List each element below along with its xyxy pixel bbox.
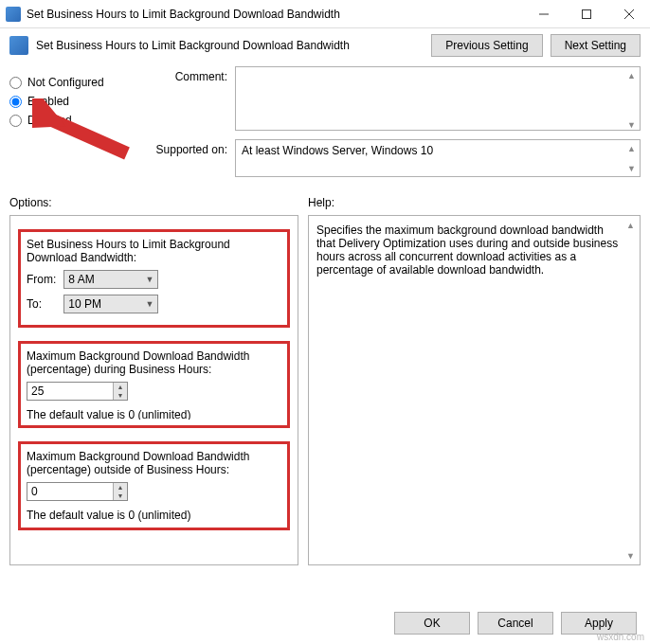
during-hours-input[interactable]: 25 ▲ ▼ bbox=[27, 382, 128, 401]
radio-enabled[interactable]: Enabled bbox=[9, 95, 133, 108]
note-text: The default value is 0 (unlimited) bbox=[27, 509, 281, 522]
policy-icon bbox=[9, 36, 28, 55]
help-text: Specifies the maximum background downloa… bbox=[316, 224, 621, 277]
header-title: Set Business Hours to Limit Background D… bbox=[36, 39, 424, 52]
scroll-down-icon[interactable]: ▼ bbox=[623, 548, 638, 563]
radio-not-configured[interactable]: Not Configured bbox=[9, 76, 133, 89]
spinner-down-icon[interactable]: ▼ bbox=[114, 492, 127, 500]
header: Set Business Hours to Limit Background D… bbox=[0, 28, 650, 63]
radio-disabled[interactable]: Disabled bbox=[9, 114, 133, 127]
from-value: 8 AM bbox=[68, 273, 94, 286]
spinner-up-icon[interactable]: ▲ bbox=[114, 383, 127, 391]
ok-button[interactable]: OK bbox=[394, 612, 470, 635]
option-title: Maximum Background Download Bandwidth (p… bbox=[27, 349, 281, 376]
from-select[interactable]: 8 AM ▼ bbox=[63, 270, 158, 289]
watermark: wsxdn.com bbox=[597, 632, 644, 642]
supported-on-box: At least Windows Server, Windows 10 bbox=[235, 139, 641, 177]
highlight-box-1: Set Business Hours to Limit Background D… bbox=[18, 229, 290, 328]
cancel-button[interactable]: Cancel bbox=[478, 612, 553, 635]
state-radio-group: Not Configured Enabled Disabled bbox=[9, 66, 133, 183]
maximize-button[interactable] bbox=[565, 0, 607, 27]
option-title: Set Business Hours to Limit Background D… bbox=[27, 238, 281, 264]
note-text-cut: The default value is 0 (unlimited) bbox=[27, 408, 281, 420]
radio-not-configured-input[interactable] bbox=[9, 77, 22, 89]
outside-hours-input[interactable]: 0 ▲ ▼ bbox=[27, 482, 128, 501]
options-label: Options: bbox=[9, 196, 308, 209]
help-pane: Specifies the maximum background downloa… bbox=[308, 215, 641, 565]
highlight-box-3: Maximum Background Download Bandwidth (p… bbox=[18, 441, 290, 530]
chevron-down-icon: ▼ bbox=[145, 299, 153, 309]
outside-hours-value: 0 bbox=[27, 483, 113, 500]
supported-label: Supported on: bbox=[142, 139, 227, 156]
scroll-up-icon[interactable]: ▲ bbox=[624, 141, 639, 155]
minimize-button[interactable] bbox=[522, 0, 565, 27]
footer: OK Cancel Apply bbox=[0, 601, 650, 644]
to-select[interactable]: 10 PM ▼ bbox=[63, 295, 158, 313]
window-title: Set Business Hours to Limit Background D… bbox=[27, 8, 522, 21]
spinner-down-icon[interactable]: ▼ bbox=[114, 391, 127, 400]
scroll-up-icon[interactable]: ▲ bbox=[624, 68, 639, 82]
next-setting-button[interactable]: Next Setting bbox=[551, 34, 641, 57]
help-label: Help: bbox=[308, 196, 334, 209]
radio-label: Enabled bbox=[27, 95, 69, 108]
scroll-down-icon[interactable]: ▼ bbox=[624, 161, 639, 175]
comment-label: Comment: bbox=[142, 66, 227, 83]
during-hours-value: 25 bbox=[27, 383, 113, 400]
supported-on-text: At least Windows Server, Windows 10 bbox=[242, 144, 433, 157]
chevron-down-icon: ▼ bbox=[145, 275, 153, 284]
title-bar: Set Business Hours to Limit Background D… bbox=[0, 0, 650, 28]
app-icon bbox=[6, 7, 21, 22]
svg-rect-1 bbox=[582, 9, 590, 18]
close-button[interactable] bbox=[607, 0, 650, 27]
radio-enabled-input[interactable] bbox=[9, 96, 22, 108]
previous-setting-button[interactable]: Previous Setting bbox=[431, 34, 542, 57]
radio-label: Not Configured bbox=[27, 76, 104, 89]
radio-label: Disabled bbox=[27, 114, 72, 127]
comment-textarea[interactable] bbox=[235, 66, 641, 131]
scroll-down-icon[interactable]: ▼ bbox=[624, 117, 639, 132]
option-title: Maximum Background Download Bandwidth (p… bbox=[27, 450, 281, 476]
from-label: From: bbox=[27, 273, 61, 286]
spinner-up-icon[interactable]: ▲ bbox=[114, 483, 127, 492]
highlight-box-2: Maximum Background Download Bandwidth (p… bbox=[18, 341, 290, 428]
scroll-up-icon[interactable]: ▲ bbox=[623, 218, 638, 232]
to-value: 10 PM bbox=[68, 297, 101, 311]
radio-disabled-input[interactable] bbox=[9, 115, 22, 127]
to-label: To: bbox=[27, 297, 61, 311]
options-pane: Set Business Hours to Limit Background D… bbox=[9, 215, 298, 565]
